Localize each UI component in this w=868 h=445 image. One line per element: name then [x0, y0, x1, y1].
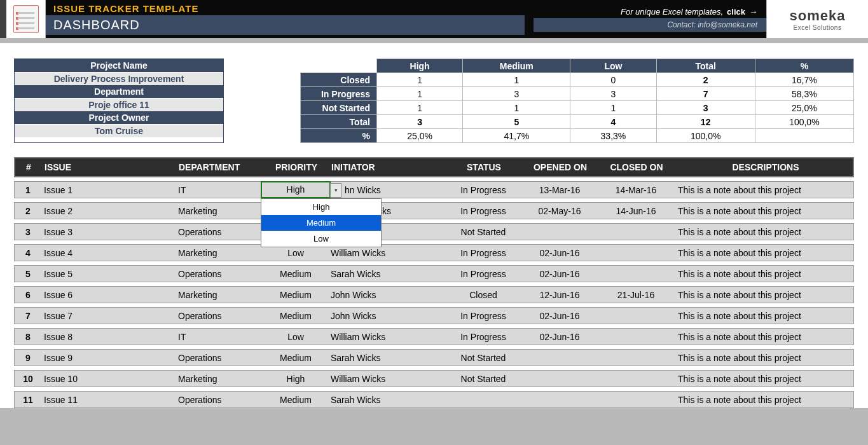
cell-status[interactable]: In Progress — [445, 311, 521, 321]
cell-desc[interactable]: This is a note about this project — [674, 227, 853, 237]
cell-pri[interactable]: Medium — [261, 269, 331, 279]
cell-status[interactable]: Not Started — [445, 227, 521, 237]
cell-num[interactable]: 3 — [15, 227, 41, 237]
dropdown-toggle-button[interactable]: ▾ — [330, 183, 341, 198]
cell-dept[interactable]: Operations — [178, 395, 261, 405]
cell-opened[interactable]: 02-Jun-16 — [521, 311, 598, 321]
cell-status[interactable]: Not Started — [445, 374, 521, 384]
cell-pri[interactable]: Low — [261, 332, 331, 342]
project-name-value[interactable]: Delivery Process Improvement — [15, 72, 223, 85]
cell-dept[interactable]: Operations — [178, 269, 261, 279]
cell-dept[interactable]: Operations — [178, 227, 261, 237]
cell-issue[interactable]: Issue 4 — [41, 248, 178, 258]
cell-opened[interactable]: 12-Jun-16 — [521, 290, 598, 300]
cell-closed[interactable]: 21-Jul-16 — [598, 290, 674, 300]
cell-initiator[interactable]: William Wicks — [331, 248, 445, 258]
cell-initiator[interactable]: John Wicks — [331, 311, 445, 321]
table-row[interactable]: 2 Issue 2 Marketing illiam Wicks In Prog… — [14, 202, 854, 219]
table-row[interactable]: 10Issue 10MarketingHighWilliam WicksNot … — [14, 370, 854, 387]
cell-opened[interactable]: 02-May-16 — [521, 206, 598, 216]
table-row[interactable]: 6Issue 6MarketingMediumJohn WicksClosed1… — [14, 286, 854, 303]
cell-initiator[interactable]: Sarah Wicks — [331, 353, 445, 363]
cell-initiator[interactable]: William Wicks — [331, 374, 445, 384]
cell-issue[interactable]: Issue 6 — [41, 290, 178, 300]
cell-status[interactable]: In Progress — [445, 248, 521, 258]
cell-initiator[interactable]: William Wicks — [331, 332, 445, 342]
cell-status[interactable]: In Progress — [445, 185, 521, 195]
cell-status[interactable]: In Progress — [445, 269, 521, 279]
cell-pri[interactable]: Medium — [261, 395, 331, 405]
cell-dept[interactable]: Marketing — [178, 248, 261, 258]
cell-desc[interactable]: This is a note about this project — [674, 332, 853, 342]
cell-desc[interactable]: This is a note about this project — [674, 395, 853, 405]
table-row[interactable]: 4Issue 4MarketingLowWilliam WicksIn Prog… — [14, 244, 854, 261]
cell-num[interactable]: 7 — [15, 311, 41, 321]
cell-opened[interactable]: 02-Jun-16 — [521, 332, 598, 342]
cell-dept[interactable]: Operations — [178, 311, 261, 321]
priority-dropdown-list[interactable]: High Medium Low — [261, 198, 382, 247]
cell-num[interactable]: 9 — [15, 353, 41, 363]
cell-desc[interactable]: This is a note about this project — [674, 290, 853, 300]
cell-desc[interactable]: This is a note about this project — [674, 374, 853, 384]
cell-num[interactable]: 10 — [15, 374, 41, 384]
cell-pri[interactable]: Medium — [261, 311, 331, 321]
cell-status[interactable]: In Progress — [445, 206, 521, 216]
cell-num[interactable]: 11 — [15, 395, 41, 405]
cell-issue[interactable]: Issue 3 — [41, 227, 178, 237]
cell-num[interactable]: 8 — [15, 332, 41, 342]
cell-opened[interactable]: 02-Jun-16 — [521, 248, 598, 258]
cell-pri[interactable]: Medium — [261, 353, 331, 363]
cell-dept[interactable]: Marketing — [178, 290, 261, 300]
cell-issue[interactable]: Issue 7 — [41, 311, 178, 321]
cell-issue[interactable]: Issue 9 — [41, 353, 178, 363]
cell-issue[interactable]: Issue 5 — [41, 269, 178, 279]
dropdown-option-low[interactable]: Low — [261, 231, 381, 247]
cell-issue[interactable]: Issue 2 — [41, 206, 178, 216]
cell-issue[interactable]: Issue 10 — [41, 374, 178, 384]
cell-dept[interactable]: Marketing — [178, 206, 261, 216]
cell-desc[interactable]: This is a note about this project — [674, 206, 853, 216]
cell-initiator[interactable]: Sarah Wicks — [331, 269, 445, 279]
cell-pri[interactable]: Low — [261, 248, 331, 258]
department-value[interactable]: Proje office 11 — [15, 98, 223, 111]
cell-opened[interactable]: 02-Jun-16 — [521, 269, 598, 279]
cell-pri[interactable]: High — [261, 374, 331, 384]
table-row[interactable]: 7Issue 7OperationsMediumJohn WicksIn Pro… — [14, 307, 854, 324]
cell-dept[interactable]: Marketing — [178, 374, 261, 384]
table-row[interactable]: 3Issue 3OperationsLowSarah WicksNot Star… — [14, 223, 854, 240]
table-row[interactable]: 11Issue 11OperationsMediumSarah WicksThi… — [14, 391, 854, 408]
table-row[interactable]: 9Issue 9OperationsMediumSarah WicksNot S… — [14, 349, 854, 366]
brand-logo[interactable]: someka Excel Solutions — [766, 0, 868, 38]
cell-initiator[interactable]: hn Wicks — [331, 185, 445, 195]
cell-status[interactable]: Not Started — [445, 353, 521, 363]
cell-num[interactable]: 2 — [15, 206, 41, 216]
cell-status[interactable]: Closed — [445, 290, 521, 300]
cell-num[interactable]: 4 — [15, 248, 41, 258]
cell-num[interactable]: 1 — [15, 185, 41, 195]
cell-dept[interactable]: IT — [178, 185, 261, 195]
cell-desc[interactable]: This is a note about this project — [674, 248, 853, 258]
cell-num[interactable]: 6 — [15, 290, 41, 300]
cell-desc[interactable]: This is a note about this project — [674, 269, 853, 279]
cell-pri[interactable]: Medium — [261, 290, 331, 300]
promo-link[interactable]: For unique Excel templates, click → — [621, 7, 757, 17]
cell-status[interactable]: In Progress — [445, 332, 521, 342]
cell-closed[interactable]: 14-Mar-16 — [598, 185, 674, 195]
table-row[interactable]: 1 Issue 1 IT High ▾ High Medium Low hn W… — [14, 181, 854, 198]
cell-issue[interactable]: Issue 1 — [41, 185, 178, 195]
cell-issue[interactable]: Issue 11 — [41, 395, 178, 405]
cell-opened[interactable]: 13-Mar-16 — [521, 185, 598, 195]
cell-num[interactable]: 5 — [15, 269, 41, 279]
cell-desc[interactable]: This is a note about this project — [674, 185, 853, 195]
cell-desc[interactable]: This is a note about this project — [674, 311, 853, 321]
cell-initiator[interactable]: Sarah Wicks — [331, 395, 445, 405]
priority-dropdown-cell[interactable]: High ▾ High Medium Low — [261, 181, 331, 198]
cell-closed[interactable]: 14-Jun-16 — [598, 206, 674, 216]
cell-desc[interactable]: This is a note about this project — [674, 353, 853, 363]
cell-issue[interactable]: Issue 8 — [41, 332, 178, 342]
dropdown-option-medium[interactable]: Medium — [261, 215, 381, 231]
cell-initiator[interactable]: John Wicks — [331, 290, 445, 300]
project-owner-value[interactable]: Tom Cruise — [15, 124, 223, 137]
cell-dept[interactable]: Operations — [178, 353, 261, 363]
cell-dept[interactable]: IT — [178, 332, 261, 342]
